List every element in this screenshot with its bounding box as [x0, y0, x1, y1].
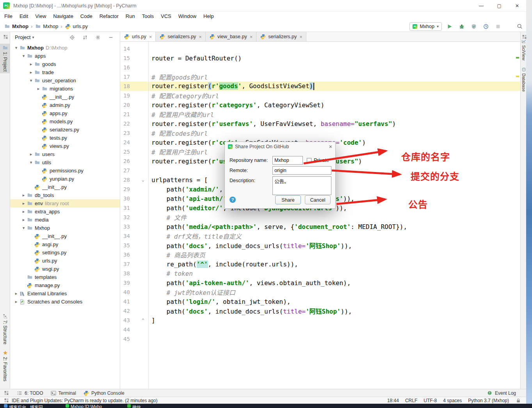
tree-expand-arrow[interactable]: ▸	[28, 152, 34, 157]
toolwindow-button-sciview[interactable]: SciView	[521, 37, 527, 62]
toolwindow-button-database[interactable]: Database	[521, 66, 527, 93]
status-utf-8[interactable]: UTF-8	[423, 398, 437, 403]
menu-item-code[interactable]: Code	[77, 12, 96, 21]
toolwindow-button-6-todo[interactable]: 6: TODO	[16, 390, 43, 396]
tree-item-apps-py[interactable]: apps.py	[10, 109, 120, 117]
code-editor-area[interactable]: 1415router = DefaultRouter()1617# 配置good…	[120, 42, 520, 389]
status-python-3-7-mxhop[interactable]: Python 3.7 (Mxhop)	[468, 398, 509, 403]
maximize-button[interactable]: ▢	[490, 0, 508, 12]
tree-item-urls-py[interactable]: urls.py	[10, 257, 120, 265]
code-line-20[interactable]: 20router.register(r'categorys', Category…	[120, 100, 520, 110]
breadcrumb-item-urls-py[interactable]: urls.py	[65, 23, 88, 29]
code-line-19[interactable]: 19# 配置Category的url	[120, 91, 520, 100]
cancel-button[interactable]: Cancel	[305, 195, 331, 204]
tree-item-trade[interactable]: ▸trade	[10, 68, 120, 76]
tree-item-migrations[interactable]: ▸migrations	[10, 85, 120, 93]
tree-item-init-py[interactable]: __init__.py	[10, 93, 120, 101]
tree-item-permissions-py[interactable]: permissions.py	[10, 167, 120, 175]
tree-expand-arrow[interactable]: ▸	[36, 86, 41, 91]
breadcrumb-item-mxhop[interactable]: Mxhop	[4, 23, 28, 29]
close-button[interactable]: ✕	[508, 0, 526, 12]
code-line-40[interactable]: 40 # jwt的token认证接口	[120, 287, 520, 297]
status-message-area[interactable]: IDE and Plugin Updates: PyCharm is ready…	[0, 398, 158, 403]
tree-item-models-py[interactable]: models.py	[10, 117, 120, 126]
tree-collapse-arrow[interactable]: ▾	[28, 78, 34, 83]
tree-item-templates[interactable]: templates	[10, 273, 120, 281]
code-line-17[interactable]: 17# 配置goods的url	[120, 72, 520, 82]
tree-item-yunpian-py[interactable]: yunpian.py	[10, 175, 120, 183]
toolwindow-button-python-console[interactable]: Python Console	[83, 390, 125, 396]
tree-item-mxhop[interactable]: ▾MxhopD:\Mxhop	[10, 44, 120, 52]
breadcrumb-item-mxhop[interactable]: Mxhop	[35, 23, 58, 29]
code-line-32[interactable]: 32 # 文件	[120, 213, 520, 222]
tree-item-asgi-py[interactable]: asgi.py	[10, 240, 120, 248]
hide-panel-button[interactable]	[107, 33, 115, 42]
settings-button[interactable]	[94, 33, 102, 42]
toolwindow-button-7-structure[interactable]: 7: Structure	[0, 312, 10, 346]
tree-item-mxhop[interactable]: ▾Mxhop	[10, 224, 120, 232]
stop-button[interactable]	[494, 22, 502, 31]
run-button[interactable]	[445, 22, 454, 31]
tree-item-views-py[interactable]: views.py	[10, 142, 120, 150]
code-line-37[interactable]: 37 re_path('^', include(router.urls)),	[120, 259, 520, 269]
menu-item-help[interactable]: Help	[200, 12, 217, 21]
status-18-44[interactable]: 18:44	[387, 398, 399, 403]
help-icon[interactable]: ?	[230, 197, 236, 203]
code-line-33[interactable]: 33 path('media/<path:path>', serve, {'do…	[120, 222, 520, 231]
menu-item-vcs[interactable]: VCS	[157, 12, 175, 21]
tree-expand-arrow[interactable]: ▸	[21, 193, 27, 198]
tree-item-init-py[interactable]: __init__.py	[10, 232, 120, 240]
tree-expand-arrow[interactable]: ▸	[21, 209, 27, 214]
debug-button[interactable]	[457, 22, 466, 31]
tree-item-db-tools[interactable]: ▸db_tools	[10, 191, 120, 199]
run-with-coverage-button[interactable]	[470, 22, 478, 31]
tree-expand-arrow[interactable]: ▸	[21, 201, 27, 206]
menu-item-file[interactable]: File	[1, 12, 16, 21]
repository-name-input[interactable]	[272, 156, 303, 165]
tree-collapse-arrow[interactable]: ▾	[13, 45, 19, 50]
code-line-15[interactable]: 15router = DefaultRouter()	[120, 53, 520, 63]
tree-item-goods[interactable]: ▸goods	[10, 60, 120, 68]
tree-item-scratches-and-consoles[interactable]: ▸Scratches and Consoles	[10, 298, 120, 306]
code-line-39[interactable]: 39 path('api-token-auth/', views.obtain_…	[120, 278, 520, 287]
code-line-41[interactable]: 41 path('login/', obtain_jwt_token),	[120, 297, 520, 306]
tree-item-init-py[interactable]: __init__.py	[10, 183, 120, 191]
menu-item-navigate[interactable]: Navigate	[50, 12, 77, 21]
close-tab-icon[interactable]: ×	[299, 34, 302, 40]
locate-button[interactable]	[68, 33, 77, 42]
close-tab-icon[interactable]: ×	[250, 34, 253, 40]
scroll-from-source-button[interactable]	[81, 33, 89, 42]
taskbar-item-微信[interactable]: 微信	[125, 404, 148, 408]
tree-item-users[interactable]: ▸users	[10, 150, 120, 158]
private-checkbox[interactable]	[307, 158, 311, 163]
menu-item-view[interactable]: View	[32, 12, 50, 21]
menu-item-window[interactable]: Window	[175, 12, 200, 21]
close-tab-icon[interactable]: ×	[199, 34, 202, 40]
toolwindow-button-terminal[interactable]: Terminal	[50, 390, 76, 396]
menu-item-refactor[interactable]: Refactor	[96, 12, 122, 21]
tree-item-external-libraries[interactable]: ▸External Libraries	[10, 289, 120, 298]
taskbar-item-mxhop-d-mxho[interactable]: Mxhop [D:\Mxho	[63, 404, 122, 408]
code-line-16[interactable]: 16	[120, 63, 520, 72]
close-tab-icon[interactable]: ×	[149, 34, 152, 40]
share-button[interactable]: Share	[275, 195, 301, 204]
project-panel-title[interactable]: Project ▾	[15, 34, 34, 40]
tree-item-extra-apps[interactable]: ▸extra_apps	[10, 208, 120, 216]
toolwindow-button-2-favorites[interactable]: 2: Favorites	[0, 349, 10, 383]
run-config-select[interactable]: PC Mxhop ▾	[409, 22, 442, 31]
code-line-18[interactable]: 18router.register(r'goods', GoodsListVie…	[120, 82, 520, 91]
tree-item-apps[interactable]: ▾apps	[10, 52, 120, 60]
code-line-42[interactable]: 42 path('docs', include_docs_urls(title=…	[120, 306, 520, 316]
search-everywhere-button[interactable]	[515, 22, 524, 31]
minimize-button[interactable]: —	[472, 0, 490, 12]
code-line-36[interactable]: 36 # 商品列表页	[120, 250, 520, 259]
tree-expand-arrow[interactable]: ▸	[21, 217, 27, 222]
menu-item-tools[interactable]: Tools	[139, 12, 157, 21]
toolwindow-button-1-project[interactable]: 1: Project	[0, 44, 10, 73]
profiler-button[interactable]	[482, 22, 490, 31]
description-input[interactable]: 公告。	[272, 176, 331, 195]
fold-up-icon[interactable]: ⌃	[133, 318, 148, 323]
code-line-43[interactable]: 43⌃]	[120, 316, 520, 325]
tree-collapse-arrow[interactable]: ▾	[21, 225, 27, 231]
taskbar-item-博客后台-博客园[interactable]: 博客后台 - 博客园	[2, 404, 60, 408]
